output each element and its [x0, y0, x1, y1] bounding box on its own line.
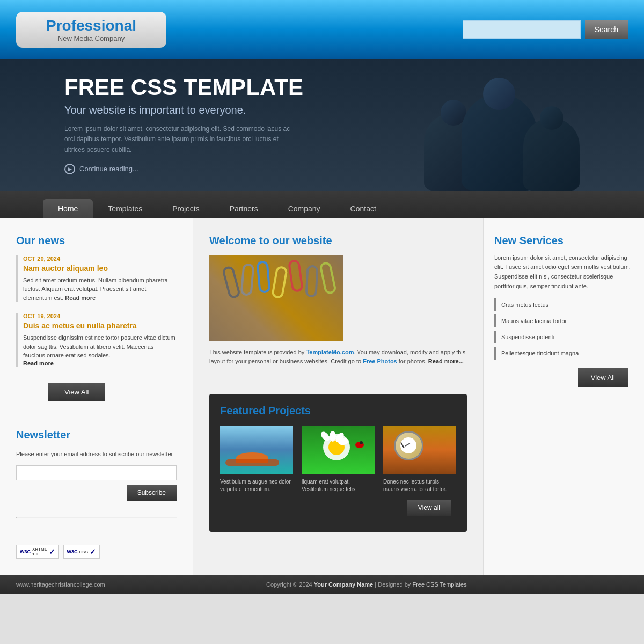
footer: www.heritagechristiancollege.com Copyrig…	[0, 575, 644, 594]
nav-partners[interactable]: Partners	[215, 199, 273, 218]
project-3: Donec nec lectus turpis mauris viverra l…	[383, 426, 456, 493]
service-list: Cras metus lectus Mauris vitae lacinia t…	[494, 298, 633, 360]
welcome-title: Welcome to our website	[209, 235, 467, 247]
project-image-2	[302, 426, 375, 474]
header: Professional New Media Company Search	[0, 0, 644, 59]
featured-projects: Featured Projects Vestibulum a augue nec…	[209, 394, 467, 532]
logo-title: Professional	[32, 17, 150, 34]
read-more-2[interactable]: Read more	[23, 360, 177, 367]
news-text-2: Suspendisse dignissim est nec tortor pos…	[23, 333, 177, 360]
content-divider	[209, 383, 467, 383]
hero-content: FREE CSS TEMPLATE Your website is import…	[64, 75, 303, 174]
continue-reading-link[interactable]: ▶ Continue reading...	[64, 164, 303, 174]
nav-projects[interactable]: Projects	[157, 199, 215, 218]
service-item-3: Suspendisse potenti	[494, 331, 633, 343]
service-item-1: Cras metus lectus	[494, 298, 633, 311]
nav-company[interactable]: Company	[273, 199, 335, 218]
right-column: New Services Lorem ipsum dolor sit amet,…	[483, 218, 644, 575]
news-date-2: OCT 19, 2024	[23, 313, 177, 319]
search-input[interactable]	[463, 20, 581, 39]
service-item-2: Mauris vitae lacinia tortor	[494, 314, 633, 327]
news-title-2[interactable]: Duis ac metus eu nulla pharetra	[23, 321, 177, 330]
hero-image	[397, 59, 601, 191]
news-item-1: OCT 20, 2024 Nam auctor aliquam leo Sed …	[16, 255, 177, 303]
news-section: Our news OCT 20, 2024 Nam auctor aliquam…	[16, 235, 177, 401]
main-content: Our news OCT 20, 2024 Nam auctor aliquam…	[0, 218, 644, 575]
nav-templates[interactable]: Templates	[93, 199, 157, 218]
w3c-css-badge: W3C CSS ✓	[63, 545, 100, 559]
services-title: New Services	[494, 235, 633, 247]
newsletter-section: Newsletter Please enter your email addre…	[16, 429, 177, 501]
news-text-1: Sed sit amet pretium metus. Nullam biben…	[23, 276, 177, 303]
service-item-4: Pellentesque tincidunt magna	[494, 347, 633, 360]
figure-head-right	[540, 106, 564, 130]
nav-home[interactable]: Home	[43, 199, 93, 218]
project-caption-2: liquam erat volutpat. Vestibulum neque f…	[302, 478, 375, 493]
divider2	[16, 517, 177, 518]
news-view-all-button[interactable]: View All	[48, 383, 105, 401]
welcome-text: This website template is provided by Tem…	[209, 348, 467, 367]
featured-view-all-button[interactable]: View all	[407, 500, 451, 516]
hero-subtitle: Your website is important to everyone.	[64, 104, 303, 116]
w3c-xhtml-badge: W3C XHTML1.0 ✓	[16, 545, 59, 559]
project-2: liquam erat volutpat. Vestibulum neque f…	[302, 426, 375, 493]
subscribe-button[interactable]: Subscribe	[127, 485, 177, 501]
project-grid: Vestibulum a augue nec dolor vulputate f…	[220, 426, 456, 493]
footer-left: www.heritagechristiancollege.com	[16, 581, 105, 588]
services-description: Lorem ipsum dolor sit amet, consectetur …	[494, 253, 633, 291]
welcome-image	[209, 255, 343, 341]
figure-head-main	[483, 78, 515, 110]
news-title-1[interactable]: Nam auctor aliquam leo	[23, 264, 177, 273]
hero-body: Lorem ipsum dolor sit amet, consectetur …	[64, 124, 301, 155]
figure-right	[523, 118, 580, 191]
center-content: Welcome to our website This website temp…	[193, 218, 483, 575]
news-date-1: OCT 20, 2024	[23, 255, 177, 262]
nav-contact[interactable]: Contact	[335, 199, 391, 218]
news-title: Our news	[16, 235, 177, 247]
welcome-section: Welcome to our website This website temp…	[209, 235, 467, 367]
newsletter-description: Please enter your email address to subsc…	[16, 450, 177, 459]
project-caption-3: Donec nec lectus turpis mauris viverra l…	[383, 478, 456, 493]
newsletter-email-input[interactable]	[16, 465, 177, 480]
sidebar: Our news OCT 20, 2024 Nam auctor aliquam…	[0, 218, 193, 575]
w3c-badges: W3C XHTML1.0 ✓ W3C CSS ✓	[16, 545, 177, 559]
project-1: Vestibulum a augue nec dolor vulputate f…	[220, 426, 293, 493]
project-image-1	[220, 426, 293, 474]
project-image-3	[383, 426, 456, 474]
navigation: Home Templates Projects Partners Company…	[0, 191, 644, 218]
continue-text: Continue reading...	[79, 165, 138, 173]
newsletter-title: Newsletter	[16, 429, 177, 441]
news-item-2: OCT 19, 2024 Duis ac metus eu nulla phar…	[16, 313, 177, 367]
project-caption-1: Vestibulum a augue nec dolor vulputate f…	[220, 478, 293, 493]
footer-center: Copyright © 2024 Your Company Name | Des…	[266, 581, 467, 588]
search-area: Search	[463, 20, 628, 39]
featured-title: Featured Projects	[220, 405, 456, 417]
services-view-all-button[interactable]: View All	[578, 368, 628, 387]
logo-subtitle: New Media Company	[32, 34, 150, 42]
hero-title: FREE CSS TEMPLATE	[64, 75, 303, 100]
search-button[interactable]: Search	[585, 20, 628, 39]
logo-box: Professional New Media Company	[16, 12, 166, 48]
play-icon: ▶	[64, 164, 75, 174]
divider	[16, 418, 177, 418]
hero-banner: FREE CSS TEMPLATE Your website is import…	[0, 59, 644, 191]
